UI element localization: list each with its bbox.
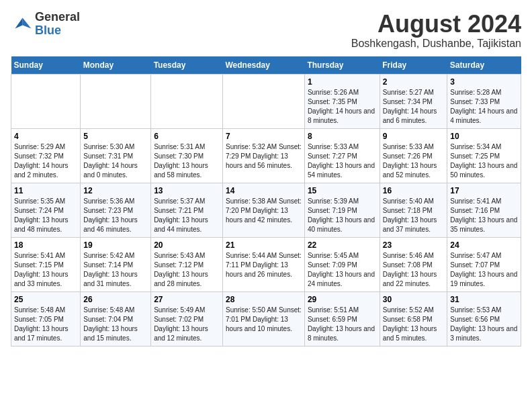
calendar-cell: 14Sunrise: 5:38 AM Sunset: 7:20 PM Dayli… [222,183,304,237]
calendar-cell: 20Sunrise: 5:43 AM Sunset: 7:12 PM Dayli… [151,237,223,291]
calendar-cell: 24Sunrise: 5:47 AM Sunset: 7:07 PM Dayli… [447,237,521,291]
day-info: Sunrise: 5:39 AM Sunset: 7:19 PM Dayligh… [308,197,377,234]
day-number: 23 [383,240,444,250]
calendar-cell: 7Sunrise: 5:32 AM Sunset: 7:29 PM Daylig… [222,128,304,183]
day-info: Sunrise: 5:43 AM Sunset: 7:12 PM Dayligh… [154,251,220,289]
calendar-week-3: 11Sunrise: 5:35 AM Sunset: 7:24 PM Dayli… [11,183,521,237]
day-info: Sunrise: 5:48 AM Sunset: 7:05 PM Dayligh… [14,306,77,343]
calendar-cell: 25Sunrise: 5:48 AM Sunset: 7:05 PM Dayli… [11,291,81,346]
calendar-cell: 2Sunrise: 5:27 AM Sunset: 7:34 PM Daylig… [380,74,447,128]
calendar-cell: 8Sunrise: 5:33 AM Sunset: 7:27 PM Daylig… [304,128,380,183]
day-info: Sunrise: 5:48 AM Sunset: 7:04 PM Dayligh… [83,306,148,343]
logo-icon [11,13,32,35]
day-info: Sunrise: 5:33 AM Sunset: 7:26 PM Dayligh… [383,142,444,180]
day-info: Sunrise: 5:36 AM Sunset: 7:23 PM Dayligh… [83,197,148,234]
logo-text: General Blue [35,11,80,38]
calendar-body: 1Sunrise: 5:26 AM Sunset: 7:35 PM Daylig… [11,74,521,346]
calendar-cell: 18Sunrise: 5:41 AM Sunset: 7:15 PM Dayli… [11,237,81,291]
day-info: Sunrise: 5:53 AM Sunset: 6:56 PM Dayligh… [450,306,518,343]
day-number: 16 [383,186,444,195]
calendar-cell: 5Sunrise: 5:30 AM Sunset: 7:31 PM Daylig… [81,128,151,183]
calendar-week-5: 25Sunrise: 5:48 AM Sunset: 7:05 PM Dayli… [11,291,521,346]
calendar-cell: 23Sunrise: 5:46 AM Sunset: 7:08 PM Dayli… [380,237,447,291]
day-number: 2 [383,77,444,87]
day-number: 11 [14,186,77,195]
day-number: 17 [450,186,518,195]
day-number: 22 [308,240,377,250]
page-header: General Blue August 2024 Boshkengash, Du… [11,11,521,50]
day-number: 26 [83,295,148,304]
day-info: Sunrise: 5:32 AM Sunset: 7:29 PM Dayligh… [226,142,302,171]
logo: General Blue [11,11,80,38]
day-info: Sunrise: 5:52 AM Sunset: 6:58 PM Dayligh… [383,306,444,343]
day-number: 1 [308,77,377,87]
calendar-cell: 4Sunrise: 5:29 AM Sunset: 7:32 PM Daylig… [11,128,81,183]
day-info: Sunrise: 5:35 AM Sunset: 7:24 PM Dayligh… [14,197,77,234]
logo-line2: Blue [35,24,80,38]
day-info: Sunrise: 5:42 AM Sunset: 7:14 PM Dayligh… [83,251,148,289]
calendar-cell: 22Sunrise: 5:45 AM Sunset: 7:09 PM Dayli… [304,237,380,291]
calendar-cell: 17Sunrise: 5:41 AM Sunset: 7:16 PM Dayli… [447,183,521,237]
day-info: Sunrise: 5:34 AM Sunset: 7:25 PM Dayligh… [450,142,518,180]
day-number: 27 [154,295,220,304]
day-number: 30 [383,295,444,304]
calendar-cell: 13Sunrise: 5:37 AM Sunset: 7:21 PM Dayli… [151,183,223,237]
calendar-week-4: 18Sunrise: 5:41 AM Sunset: 7:15 PM Dayli… [11,237,521,291]
day-info: Sunrise: 5:51 AM Sunset: 6:59 PM Dayligh… [308,306,377,343]
calendar-cell: 16Sunrise: 5:40 AM Sunset: 7:18 PM Dayli… [380,183,447,237]
calendar-cell: 27Sunrise: 5:49 AM Sunset: 7:02 PM Dayli… [151,291,223,346]
day-number: 15 [308,186,377,195]
day-number: 29 [308,295,377,304]
title-block: August 2024 Boshkengash, Dushanbe, Tajik… [351,11,521,50]
day-info: Sunrise: 5:41 AM Sunset: 7:16 PM Dayligh… [450,197,518,234]
calendar-title: August 2024 [351,11,521,38]
calendar-cell: 9Sunrise: 5:33 AM Sunset: 7:26 PM Daylig… [380,128,447,183]
day-number: 13 [154,186,220,195]
calendar-cell: 31Sunrise: 5:53 AM Sunset: 6:56 PM Dayli… [447,291,521,346]
calendar-cell: 12Sunrise: 5:36 AM Sunset: 7:23 PM Dayli… [81,183,151,237]
calendar-cell: 10Sunrise: 5:34 AM Sunset: 7:25 PM Dayli… [447,128,521,183]
weekday-header-thursday: Thursday [304,56,380,75]
calendar-week-1: 1Sunrise: 5:26 AM Sunset: 7:35 PM Daylig… [11,74,521,128]
day-number: 21 [226,240,302,250]
day-number: 12 [83,186,148,195]
day-number: 5 [83,132,148,141]
calendar-table: SundayMondayTuesdayWednesdayThursdayFrid… [11,56,521,347]
calendar-cell: 30Sunrise: 5:52 AM Sunset: 6:58 PM Dayli… [380,291,447,346]
day-info: Sunrise: 5:27 AM Sunset: 7:34 PM Dayligh… [383,88,444,126]
calendar-cell: 26Sunrise: 5:48 AM Sunset: 7:04 PM Dayli… [81,291,151,346]
day-info: Sunrise: 5:30 AM Sunset: 7:31 PM Dayligh… [83,142,148,180]
calendar-cell: 11Sunrise: 5:35 AM Sunset: 7:24 PM Dayli… [11,183,81,237]
calendar-cell: 15Sunrise: 5:39 AM Sunset: 7:19 PM Dayli… [304,183,380,237]
calendar-cell: 3Sunrise: 5:28 AM Sunset: 7:33 PM Daylig… [447,74,521,128]
day-number: 8 [308,132,377,141]
day-number: 18 [14,240,77,250]
weekday-header-tuesday: Tuesday [151,56,223,75]
calendar-week-2: 4Sunrise: 5:29 AM Sunset: 7:32 PM Daylig… [11,128,521,183]
day-number: 25 [14,295,77,304]
calendar-subtitle: Boshkengash, Dushanbe, Tajikistan [351,38,521,50]
day-number: 31 [450,295,518,304]
calendar-header: SundayMondayTuesdayWednesdayThursdayFrid… [11,56,521,75]
weekday-header-friday: Friday [380,56,447,75]
day-number: 9 [383,132,444,141]
logo-line1: General [35,11,80,24]
calendar-cell: 19Sunrise: 5:42 AM Sunset: 7:14 PM Dayli… [81,237,151,291]
day-info: Sunrise: 5:29 AM Sunset: 7:32 PM Dayligh… [14,142,77,180]
calendar-cell: 21Sunrise: 5:44 AM Sunset: 7:11 PM Dayli… [222,237,304,291]
day-number: 19 [83,240,148,250]
day-info: Sunrise: 5:44 AM Sunset: 7:11 PM Dayligh… [226,251,302,279]
day-info: Sunrise: 5:28 AM Sunset: 7:33 PM Dayligh… [450,88,518,126]
day-info: Sunrise: 5:50 AM Sunset: 7:01 PM Dayligh… [226,306,302,334]
calendar-cell [222,74,304,128]
calendar-cell [81,74,151,128]
day-info: Sunrise: 5:31 AM Sunset: 7:30 PM Dayligh… [154,142,220,180]
calendar-cell: 1Sunrise: 5:26 AM Sunset: 7:35 PM Daylig… [304,74,380,128]
day-number: 4 [14,132,77,141]
day-info: Sunrise: 5:26 AM Sunset: 7:35 PM Dayligh… [308,88,377,126]
calendar-cell: 6Sunrise: 5:31 AM Sunset: 7:30 PM Daylig… [151,128,223,183]
day-info: Sunrise: 5:38 AM Sunset: 7:20 PM Dayligh… [226,197,302,225]
day-number: 7 [226,132,302,141]
day-number: 6 [154,132,220,141]
day-number: 20 [154,240,220,250]
